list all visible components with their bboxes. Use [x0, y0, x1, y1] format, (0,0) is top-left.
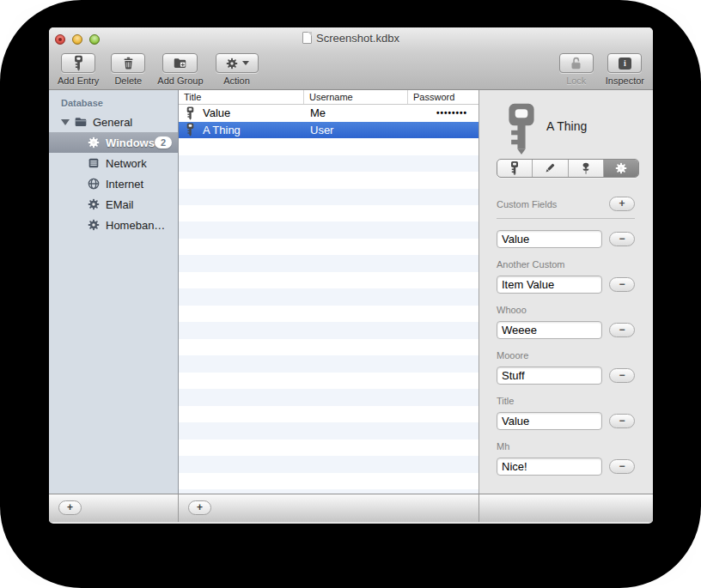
- custom-fields-section-header: Custom Fields +: [497, 197, 635, 211]
- inspector-scroll-area: A Thing: [479, 90, 652, 478]
- custom-field-group: Whooo −: [497, 305, 635, 339]
- action-label: Action: [223, 76, 250, 86]
- gear-icon: [87, 197, 101, 211]
- custom-field-value-input[interactable]: [497, 367, 602, 385]
- custom-field-value-input[interactable]: [497, 230, 602, 248]
- window-title: Screenshot.kdbx: [49, 32, 653, 45]
- tab-notes[interactable]: [533, 160, 568, 177]
- sidebar-item-windows[interactable]: Windows 2: [49, 132, 178, 153]
- tab-attachments[interactable]: [569, 160, 604, 177]
- add-entry-plus-button[interactable]: +: [188, 500, 211, 515]
- delete-button[interactable]: Delete: [111, 53, 145, 86]
- custom-field-label: Mh: [497, 441, 635, 452]
- table-header: Title Username Password: [179, 90, 479, 105]
- entry-title-cell: A Thing: [203, 124, 241, 136]
- entry-password-cell: ••••••••: [408, 108, 479, 118]
- lock-open-icon: [569, 56, 583, 70]
- gear-icon: [87, 136, 101, 149]
- folder-icon: [74, 115, 88, 129]
- bottom-bar-sidebar-section: +: [49, 494, 179, 522]
- custom-field-value-input[interactable]: [497, 276, 602, 294]
- bottom-bar-table-section: +: [179, 494, 479, 522]
- sidebar-item-email[interactable]: EMail: [49, 194, 178, 215]
- remove-field-button[interactable]: −: [609, 232, 635, 246]
- custom-field-group: Another Custom −: [497, 259, 635, 294]
- sidebar-item-general[interactable]: General: [49, 112, 178, 132]
- app-window: Screenshot.kdbx Add Entry Delete Add Gro…: [49, 27, 653, 524]
- table-row[interactable]: Value Me ••••••••: [179, 105, 479, 122]
- remove-field-button[interactable]: −: [609, 323, 635, 337]
- key-icon: [74, 55, 83, 71]
- inspector-button[interactable]: i Inspector: [606, 53, 644, 86]
- sidebar-item-label: EMail: [106, 198, 134, 211]
- remove-field-button[interactable]: −: [609, 368, 635, 383]
- custom-field-group: −: [497, 230, 635, 248]
- sidebar-header: Database: [49, 90, 178, 112]
- tab-custom-fields[interactable]: [604, 160, 638, 177]
- entry-table: Title Username Password Value Me •••••••…: [179, 90, 479, 494]
- entry-title-cell: Value: [203, 106, 230, 119]
- column-header-title[interactable]: Title: [179, 90, 304, 104]
- window-drop-shadow: Screenshot.kdbx Add Entry Delete Add Gro…: [0, 0, 701, 588]
- sidebar-item-label: Windows: [106, 136, 155, 149]
- toolbar: Add Entry Delete Add Group: [49, 50, 653, 90]
- gear-icon: [225, 57, 239, 70]
- add-entry-label: Add Entry: [58, 76, 99, 86]
- custom-field-value-input[interactable]: [497, 321, 602, 339]
- sidebar-item-internet[interactable]: Internet: [49, 173, 178, 194]
- document-icon: [302, 32, 312, 44]
- custom-field-value-input[interactable]: [497, 412, 602, 430]
- lock-button: Lock: [559, 53, 594, 86]
- sidebar-item-network[interactable]: Network: [49, 153, 178, 173]
- add-group-button[interactable]: Add Group: [157, 53, 203, 86]
- section-divider: [497, 218, 635, 219]
- inspector-entry-header: A Thing: [479, 90, 652, 155]
- remove-field-button[interactable]: −: [609, 459, 635, 474]
- custom-field-value-input[interactable]: [497, 458, 602, 476]
- sidebar-item-label: Internet: [106, 178, 143, 191]
- add-entry-button[interactable]: Add Entry: [58, 53, 99, 86]
- inspector-label: Inspector: [606, 76, 644, 86]
- custom-field-group: Mooore −: [497, 350, 635, 385]
- table-row-selected[interactable]: A Thing User: [179, 122, 479, 139]
- key-icon: [510, 161, 519, 176]
- folder-plus-icon: [172, 56, 188, 70]
- custom-field-label: Mooore: [497, 350, 635, 361]
- tab-general[interactable]: [497, 160, 533, 177]
- window-chrome: Screenshot.kdbx Add Entry Delete Add Gro…: [49, 27, 653, 90]
- inspector-panel: A Thing: [479, 90, 652, 494]
- key-icon: [185, 106, 196, 120]
- action-button[interactable]: Action: [216, 53, 259, 86]
- chevron-down-icon: [242, 61, 249, 65]
- globe-icon: [87, 177, 101, 191]
- gear-icon: [87, 218, 101, 232]
- add-group-plus-button[interactable]: +: [58, 500, 82, 515]
- disclosure-triangle-icon[interactable]: [61, 119, 70, 125]
- column-header-username[interactable]: Username: [304, 90, 408, 104]
- custom-field-label: Another Custom: [497, 259, 635, 270]
- custom-field-group: Mh −: [497, 441, 635, 476]
- titlebar[interactable]: Screenshot.kdbx: [49, 27, 653, 50]
- remove-field-button[interactable]: −: [609, 414, 635, 428]
- sidebar-item-homebanking[interactable]: Homeban…: [49, 215, 178, 235]
- sidebar-group-list: Database General Windows 2 Network: [49, 90, 179, 494]
- gear-icon: [614, 161, 628, 175]
- sidebar-item-label: General: [93, 116, 132, 129]
- inspector-tab-bar: [497, 159, 639, 178]
- bottom-bar: + +: [49, 494, 653, 522]
- delete-label: Delete: [114, 76, 142, 86]
- custom-fields-title: Custom Fields: [497, 199, 557, 209]
- key-icon-large: [505, 102, 538, 155]
- info-icon: i: [619, 58, 631, 70]
- trash-icon: [121, 56, 136, 70]
- add-custom-field-button[interactable]: +: [609, 197, 635, 211]
- bottom-bar-inspector-section: [479, 494, 653, 522]
- custom-field-group: Title −: [497, 396, 635, 430]
- add-group-label: Add Group: [157, 76, 203, 86]
- lock-label: Lock: [566, 76, 586, 86]
- sidebar-item-label: Network: [106, 157, 147, 170]
- custom-field-label: Title: [497, 396, 635, 406]
- remove-field-button[interactable]: −: [609, 277, 635, 292]
- key-icon: [185, 123, 196, 136]
- column-header-password[interactable]: Password: [408, 90, 479, 104]
